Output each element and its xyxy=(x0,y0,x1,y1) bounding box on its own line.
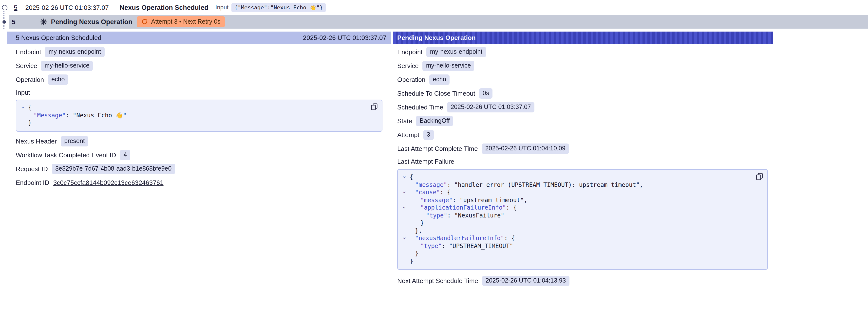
code-line: "message": "handler error (UPSTREAM_TIME… xyxy=(400,181,748,189)
code-gutter xyxy=(18,112,28,119)
field-value-chip: my-nexus-endpoint xyxy=(427,46,486,57)
code-line: ›{ xyxy=(400,173,748,181)
event-panel-time: 2025-02-26 UTC 01:03:37.07 xyxy=(303,34,386,41)
field-row-attempt: Attempt 3 xyxy=(397,128,768,141)
timeline-connector-line xyxy=(3,25,4,29)
event-panel-title: 5 Nexus Operation Scheduled xyxy=(16,34,101,41)
code-line: } xyxy=(18,119,362,127)
field-label: Service xyxy=(16,62,37,69)
field-row-operation: Operation echo xyxy=(16,72,382,86)
field-label: Endpoint xyxy=(397,48,423,56)
field-row-wft-completed-event-id: Workflow Task Completed Event ID 4 xyxy=(16,148,382,162)
field-row-endpoint: Endpoint my-nexus-endpoint xyxy=(397,45,768,59)
field-label: Operation xyxy=(397,76,425,83)
input-preview-chip[interactable]: {"Message":"Nexus Echo 👋"} xyxy=(231,3,326,12)
pending-operation-row[interactable]: 5 Pending Nexus Operation Attempt 3 • Ne… xyxy=(9,15,868,29)
field-label: Service xyxy=(397,62,419,69)
code-line: }, xyxy=(400,227,748,235)
field-value-chip: 0s xyxy=(479,88,493,98)
field-label: Nexus Header xyxy=(16,137,57,145)
code-line: "type": "NexusFailure" xyxy=(400,212,748,219)
field-label: Workflow Task Completed Event ID xyxy=(16,151,116,159)
field-value-chip: 3e829b7e-7d67-4b08-aad3-b1e868bfe9e0 xyxy=(52,164,175,174)
field-value-chip: my-nexus-endpoint xyxy=(45,46,104,57)
field-label: Attempt xyxy=(397,131,420,138)
code-line: "type": "UPSTREAM_TIMEOUT" xyxy=(400,243,748,250)
field-row-operation: Operation echo xyxy=(397,72,768,86)
code-gutter xyxy=(400,258,410,265)
field-value-chip: present xyxy=(61,136,88,147)
code-line: ›"nexusHandlerFailureInfo": { xyxy=(400,235,748,243)
field-row-nexus-header: Nexus Header present xyxy=(16,134,382,148)
field-row-endpoint-id: Endpoint ID 3c0c75ccfa8144b092c13ce63246… xyxy=(16,176,382,190)
input-label: Input xyxy=(215,4,228,11)
field-row-next-attempt-schedule-time: Next Attempt Schedule Time 2025-02-26 UT… xyxy=(397,274,768,288)
collapse-chevron-icon[interactable]: › xyxy=(402,175,408,179)
field-label: Request ID xyxy=(16,165,48,172)
code-line: ›"cause": { xyxy=(400,189,748,196)
field-value-chip: my-hello-service xyxy=(41,60,93,71)
event-timestamp: 2025-02-26 UTC 01:03:37.07 xyxy=(25,4,108,11)
timeline-current-dot-icon xyxy=(2,20,6,24)
pending-operation-panel: Pending Nexus Operation Endpoint my-nexu… xyxy=(393,32,773,288)
field-row-state: State BackingOff xyxy=(397,114,768,128)
code-line: "Message": "Nexus Echo 👋" xyxy=(18,112,362,119)
collapse-chevron-icon[interactable]: › xyxy=(20,106,26,109)
field-value-chip: 2025-02-26 UTC 01:04:10.09 xyxy=(482,143,569,154)
field-label: Endpoint ID xyxy=(16,179,49,186)
code-gutter xyxy=(400,196,410,204)
copy-button[interactable] xyxy=(371,103,378,110)
field-label: State xyxy=(397,117,412,125)
history-event-row[interactable]: 5 2025-02-26 UTC 01:03:37.07 Nexus Opera… xyxy=(0,0,868,15)
event-panel-body: Endpoint my-nexus-endpoint Service my-he… xyxy=(7,44,391,190)
field-value-chip: BackingOff xyxy=(416,116,453,126)
copy-icon xyxy=(755,172,764,181)
code-gutter xyxy=(400,243,410,250)
copy-button[interactable] xyxy=(755,172,764,181)
failure-json-block: ›{"message": "handler error (UPSTREAM_TI… xyxy=(397,169,768,270)
field-row-scheduled-time: Scheduled Time 2025-02-26 UTC 01:03:37.0… xyxy=(397,100,768,114)
temporal-event-history-view: 5 2025-02-26 UTC 01:03:37.07 Nexus Opera… xyxy=(0,0,868,322)
input-json-block: ›{"Message": "Nexus Echo 👋"} xyxy=(16,100,382,131)
timeline-node-circle-icon xyxy=(2,5,7,10)
field-row-last-attempt-complete-time: Last Attempt Complete Time 2025-02-26 UT… xyxy=(397,141,768,155)
field-label: Operation xyxy=(16,76,44,83)
input-section-label: Input xyxy=(16,86,382,98)
pending-title: Pending Nexus Operation xyxy=(51,18,132,25)
collapse-chevron-icon[interactable]: › xyxy=(402,191,408,194)
event-title: Nexus Operation Scheduled xyxy=(120,4,209,11)
code-gutter xyxy=(400,181,410,189)
field-label: Endpoint xyxy=(16,48,41,56)
code-gutter xyxy=(18,119,28,127)
code-line: } xyxy=(400,250,748,258)
timeline-connector-line xyxy=(3,11,4,19)
field-value-chip: echo xyxy=(429,74,450,85)
event-id-link[interactable]: 5 xyxy=(12,18,15,25)
code-gutter xyxy=(400,212,410,219)
code-gutter xyxy=(400,219,410,227)
code-gutter xyxy=(400,227,410,235)
pending-panel-title: Pending Nexus Operation xyxy=(397,34,476,41)
refresh-icon xyxy=(142,18,148,25)
code-line: } xyxy=(400,258,748,265)
code-line: } xyxy=(400,219,748,227)
field-value-chip: echo xyxy=(48,74,68,85)
field-row-service: Service my-hello-service xyxy=(397,59,768,72)
field-row-schedule-to-close-timeout: Schedule To Close Timeout 0s xyxy=(397,86,768,100)
code-line: ›{ xyxy=(18,104,362,112)
event-panel-header: 5 Nexus Operation Scheduled 2025-02-26 U… xyxy=(7,32,391,44)
retry-badge-text: Attempt 3 • Next Retry 0s xyxy=(151,18,221,25)
collapse-chevron-icon[interactable]: › xyxy=(402,236,408,240)
field-value-chip: 2025-02-26 UTC 01:04:13.93 xyxy=(482,276,569,286)
field-label: Schedule To Close Timeout xyxy=(397,90,475,97)
field-label: Last Attempt Complete Time xyxy=(397,145,478,152)
pending-asterisk-icon xyxy=(40,18,48,25)
event-id-link[interactable]: 5 xyxy=(14,4,17,11)
pending-panel-body: Endpoint my-nexus-endpoint Service my-he… xyxy=(393,44,773,288)
pending-panel-header: Pending Nexus Operation xyxy=(393,32,773,44)
code-gutter xyxy=(400,250,410,258)
failure-section-label: Last Attempt Failure xyxy=(397,155,768,167)
field-value-chip: 4 xyxy=(120,150,130,160)
collapse-chevron-icon[interactable]: › xyxy=(402,206,408,209)
endpoint-id-link[interactable]: 3c0c75ccfa8144b092c13ce632463761 xyxy=(53,179,163,186)
